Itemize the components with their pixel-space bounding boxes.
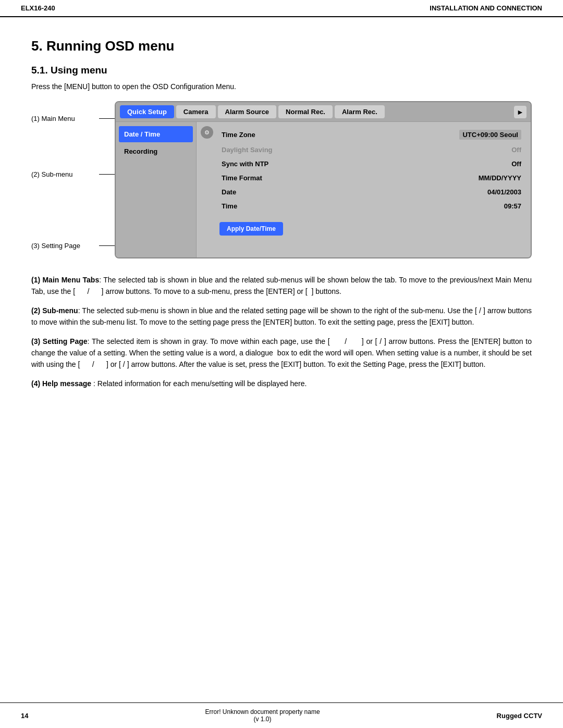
tab-quick-setup[interactable]: Quick Setup [120, 105, 174, 118]
setting-row-ntp: Sync with NTP Off [219, 157, 523, 170]
setting-page: ⚙ Time Zone UTC+09:00 Seoul Daylight Sav… [197, 122, 531, 257]
label-main-menu: (1) Main Menu [31, 105, 99, 131]
setting-label-timeformat: Time Format [222, 174, 262, 182]
tab-camera[interactable]: Camera [176, 105, 216, 118]
page-header: ELX16-240 INSTALLATION AND CONNECTION [0, 0, 563, 17]
settings-icon: ⚙ [201, 126, 213, 139]
apply-datetime-button[interactable]: Apply Date/Time [219, 222, 283, 236]
setting-value-timezone: UTC+09:00 Seoul [459, 130, 521, 140]
page-footer: 14 Error! Unknown document property name… [0, 702, 563, 728]
setting-value-ntp: Off [511, 160, 521, 168]
subsection-title: 5.1. Using menu [31, 65, 532, 76]
setting-row-daylight: Daylight Saving Off [219, 143, 523, 156]
setting-value-timeformat: MM/DD/YYYY [479, 174, 521, 182]
setting-value-date: 04/01/2003 [487, 188, 521, 196]
footer-brand: Rugged CCTV [497, 712, 542, 720]
header-left: ELX16-240 [21, 4, 55, 12]
section-title: 5. Running OSD menu [31, 38, 532, 54]
label-sub-menu: (2) Sub-menu [31, 161, 99, 187]
label-setting-page: (3) Setting Page [31, 232, 99, 258]
footer-version: (v 1.0) [205, 715, 320, 723]
description-4: (4) Help message : Related information f… [31, 378, 532, 389]
page-content: 5. Running OSD menu 5.1. Using menu Pres… [0, 17, 563, 417]
setting-row-timezone: Time Zone UTC+09:00 Seoul [219, 127, 523, 142]
header-right: INSTALLATION AND CONNECTION [430, 4, 542, 12]
tab-alarm-rec[interactable]: Alarm Rec. [335, 105, 385, 118]
footer-error-text: Error! Unknown document property name [205, 708, 320, 715]
setting-label-date: Date [222, 188, 236, 196]
tab-arrow-right[interactable]: ► [514, 106, 527, 118]
description-1: (1) Main Menu Tabs: The selected tab is … [31, 274, 532, 298]
desc3-bold: (3) Setting Page [31, 337, 88, 346]
label-setting-page-text: (3) Setting Page [31, 242, 80, 250]
setting-row-time: Time 09:57 [219, 200, 523, 213]
setting-value-time: 09:57 [504, 202, 521, 210]
label-main-menu-text: (1) Main Menu [31, 115, 75, 122]
submenu-date-time[interactable]: Date / Time [119, 126, 193, 142]
description-3: (3) Setting Page: The selected item is s… [31, 336, 532, 371]
setting-label-ntp: Sync with NTP [222, 160, 268, 168]
menu-tabs: Quick Setup Camera Alarm Source Normal R… [116, 102, 531, 122]
setting-row-date: Date 04/01/2003 [219, 186, 523, 199]
desc4-bold: (4) Help message [31, 379, 91, 388]
setting-label-time: Time [222, 202, 237, 210]
desc2-bold: (2) Sub-menu [31, 306, 78, 315]
submenu-panel: Date / Time Recording [116, 122, 197, 257]
tab-alarm-source[interactable]: Alarm Source [218, 105, 277, 118]
osd-wrapper: (1) Main Menu (2) Sub-menu (3) Setting P… [31, 101, 532, 258]
setting-label-timezone: Time Zone [222, 131, 255, 139]
setting-label-daylight: Daylight Saving [222, 146, 273, 154]
menu-body: Date / Time Recording ⚙ Time Zone UTC+09… [116, 122, 531, 257]
setting-row-timeformat: Time Format MM/DD/YYYY [219, 171, 523, 184]
submenu-recording[interactable]: Recording [119, 143, 193, 159]
setting-value-daylight: Off [511, 146, 521, 154]
footer-center: Error! Unknown document property name (v… [205, 708, 320, 723]
osd-screen: Quick Setup Camera Alarm Source Normal R… [115, 101, 532, 258]
footer-page-number: 14 [21, 712, 28, 720]
tab-normal-rec[interactable]: Normal Rec. [278, 105, 333, 118]
intro-text: Press the [MENU] button to open the OSD … [31, 82, 532, 91]
desc1-bold: (1) Main Menu Tabs [31, 276, 99, 284]
label-sub-menu-text: (2) Sub-menu [31, 170, 72, 178]
description-2: (2) Sub-menu: The selected sub-menu is s… [31, 305, 532, 328]
